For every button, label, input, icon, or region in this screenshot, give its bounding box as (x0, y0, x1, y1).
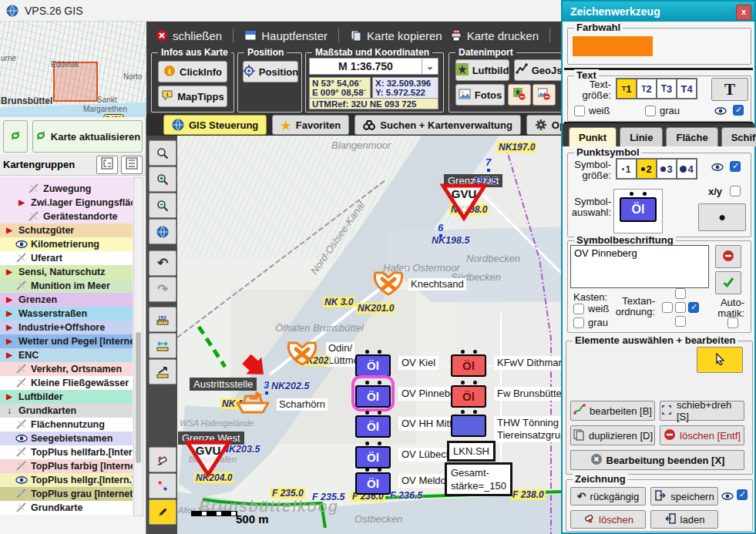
oil-point-symbol[interactable]: Öl (355, 466, 391, 495)
layer-item[interactable]: Verkehr, Ortsnamen (0, 362, 133, 376)
layer-item[interactable]: TopPlus hellgr.[Intern.] (0, 473, 133, 487)
zoom-in-tool-button[interactable] (149, 166, 176, 192)
shape-tab-fläche[interactable]: Fläche (666, 127, 717, 146)
layer-item[interactable]: TopPlus grau [Internet] (0, 487, 133, 501)
eye-icon[interactable] (15, 474, 28, 486)
layer-item[interactable]: ▶ENC (0, 348, 133, 362)
oil-point-symbol[interactable]: Öl (355, 379, 391, 408)
select-cursor-button[interactable] (697, 347, 743, 373)
tree-collapse-button[interactable] (96, 156, 118, 174)
magnifier-tool-button[interactable] (149, 140, 176, 166)
kasten-weiss-checkbox[interactable] (573, 304, 584, 314)
drawing-visible-checkbox[interactable] (737, 489, 748, 500)
globe-view-tool-button[interactable] (149, 219, 176, 244)
oil-point-symbol[interactable]: Öl (451, 348, 486, 377)
scrollbar-thumb[interactable] (136, 332, 141, 463)
layer-item[interactable]: Uferart (0, 251, 133, 265)
shape-tab-punkt[interactable]: Punkt (569, 127, 617, 146)
pen-slash-icon[interactable] (15, 418, 28, 431)
oil-point-symbol[interactable]: Öl (355, 440, 391, 469)
layer-item[interactable]: ↓Grundkarten (0, 404, 133, 418)
layer-item[interactable]: ▶Grenzen (0, 293, 133, 307)
text-size-button-T4[interactable]: T4 (677, 79, 696, 98)
arrow-red-icon[interactable]: ▶ (3, 351, 15, 359)
symbol-size-button-1[interactable]: 1 (617, 160, 636, 178)
layer-item[interactable]: TopPlus farbig [Internet] (0, 459, 133, 473)
toolbar-schliessen-button[interactable]: schließen (156, 29, 222, 42)
layer-item[interactable]: Munition im Meer (0, 279, 133, 293)
layer-item[interactable]: Grundkarte (0, 501, 133, 515)
apply-label-button[interactable] (715, 271, 741, 294)
arrow-red-icon[interactable]: ▶ (15, 199, 28, 207)
color-swatch[interactable] (573, 36, 653, 56)
layer-item[interactable]: ▶Sensi, Naturschutz (0, 265, 133, 279)
position-button[interactable]: Position (243, 61, 298, 82)
pen-slash-icon[interactable] (15, 488, 28, 500)
zeichnung-loeschen-button[interactable]: löschen (570, 510, 646, 529)
toolbar-hauptfenster-button[interactable]: Hauptfenster (244, 29, 328, 42)
shape-tab-schiff[interactable]: Schiff (721, 127, 756, 146)
arrange-right-checkbox[interactable] (688, 302, 699, 313)
add-points-tool-button[interactable] (149, 473, 176, 499)
text-size-button-T1[interactable]: T1 (617, 79, 636, 98)
thw-tools-symbol[interactable] (371, 270, 406, 297)
layer-item[interactable]: ▶Schutzgüter (0, 223, 133, 237)
eye-icon[interactable] (15, 432, 28, 445)
text-size-button-T2[interactable]: T2 (637, 79, 656, 98)
luftbild-button[interactable]: Luftbild (455, 59, 509, 81)
text-weiss-checkbox[interactable] (574, 106, 585, 116)
layer-item[interactable]: ▶Wetter und Pegel [Internet] (0, 334, 133, 348)
arrow-red-icon[interactable]: ▶ (3, 324, 15, 331)
refresh-map-button[interactable]: Karte aktualisieren (32, 120, 143, 153)
eraser-tool-button[interactable] (149, 447, 176, 472)
measure-diagonal-tool-button[interactable] (149, 359, 176, 385)
arrange-left-checkbox[interactable] (662, 302, 673, 313)
luftbild-remove-button[interactable] (508, 84, 531, 106)
arrow-down-icon[interactable]: ↓ (3, 406, 15, 415)
text-grau-checkbox[interactable] (645, 106, 656, 116)
map-text-box[interactable]: Gesamt-stärke=_150 (445, 462, 512, 496)
pen-slash-icon[interactable] (15, 280, 28, 292)
draw-pencil-tool-button[interactable] (149, 499, 176, 525)
layer-item[interactable]: Kleine Fließgewässer (0, 376, 133, 390)
symbol-preview[interactable]: Öl (613, 189, 663, 233)
arrange-bottom-checkbox[interactable] (675, 316, 686, 327)
panel-titlebar[interactable]: Zeichenwerkzeug (563, 2, 754, 22)
symbol-visible-checkbox[interactable] (730, 161, 741, 172)
refresh-small-button[interactable] (3, 120, 28, 153)
pen-slash-icon[interactable] (15, 252, 28, 264)
symbol-size-button-3[interactable]: 3 (657, 160, 676, 178)
overview-minimap[interactable]: urneEddelakNortoSanktMargarethenBrunsbüt… (0, 22, 147, 117)
redo-tool-button[interactable]: ↷ (149, 277, 176, 302)
pen-slash-icon[interactable] (15, 460, 28, 472)
layer-item[interactable]: ▶Luftbilder (0, 390, 133, 404)
arrange-center-checkbox[interactable] (675, 302, 686, 313)
layer-item[interactable]: Seegebietsnamen (0, 432, 133, 445)
gvu-triangle-symbol[interactable]: GVU (439, 182, 489, 222)
remove-label-button[interactable] (715, 245, 741, 268)
automatik-checkbox[interactable] (727, 317, 738, 328)
text-size-button-T3[interactable]: T3 (657, 79, 676, 98)
arrow-red-icon[interactable]: ▶ (3, 393, 15, 401)
fotos-button[interactable]: Fotos (455, 84, 505, 106)
pen-slash-icon[interactable] (28, 210, 40, 223)
measure-width-tool-button[interactable] (149, 333, 176, 358)
rueckgaengig-button[interactable]: ↶rückgängig (570, 487, 646, 505)
oil-point-symbol[interactable]: Öl (355, 348, 391, 377)
layer-item[interactable]: TopPlus hellfarb.[Intern. (0, 445, 133, 459)
oil-point-symbol[interactable]: Öl (451, 408, 486, 437)
layer-item[interactable]: ▶Industrie+Offshore (0, 321, 133, 334)
tab-gis-steuerung[interactable]: GIS Steuerung (163, 115, 267, 135)
clickinfo-button[interactable]: iClickInfo (158, 61, 227, 82)
thw-boat-symbol[interactable] (234, 388, 270, 416)
duplizieren-button[interactable]: duplizieren [D] (570, 425, 655, 445)
symbol-label-textarea[interactable]: OV Pinneberg (570, 245, 709, 288)
pen-slash-icon[interactable] (15, 377, 28, 389)
kasten-grau-checkbox[interactable] (573, 317, 584, 328)
symbol-size-button-2[interactable]: 2 (637, 160, 656, 178)
layer-item[interactable]: Zuwegung (0, 182, 133, 196)
pen-slash-icon[interactable] (15, 363, 28, 375)
pen-slash-icon[interactable] (15, 502, 28, 514)
layer-item[interactable]: Kilometrierung (0, 237, 133, 251)
sidebar-scrollbar[interactable] (133, 177, 143, 516)
